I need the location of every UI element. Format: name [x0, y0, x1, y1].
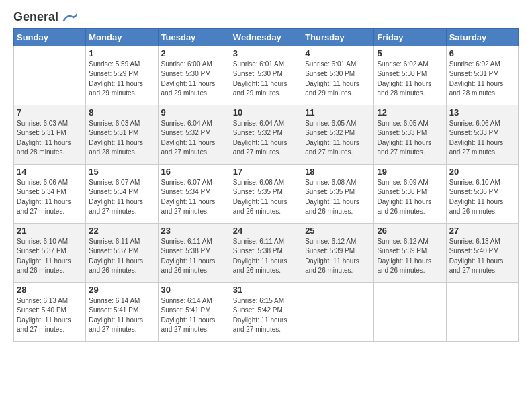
day-cell: 20Sunrise: 6:10 AM Sunset: 5:36 PM Dayli… [446, 164, 518, 223]
day-cell [446, 282, 518, 341]
week-row-5: 28Sunrise: 6:13 AM Sunset: 5:40 PM Dayli… [14, 282, 519, 341]
day-cell: 5Sunrise: 6:02 AM Sunset: 5:30 PM Daylig… [374, 46, 446, 105]
weekday-header-row: SundayMondayTuesdayWednesdayThursdayFrid… [14, 28, 519, 46]
day-number: 19 [377, 167, 443, 177]
day-cell: 22Sunrise: 6:11 AM Sunset: 5:37 PM Dayli… [86, 223, 158, 282]
day-info: Sunrise: 6:13 AM Sunset: 5:40 PM Dayligh… [449, 237, 515, 276]
day-info: Sunrise: 6:05 AM Sunset: 5:32 PM Dayligh… [305, 119, 371, 158]
week-row-3: 14Sunrise: 6:06 AM Sunset: 5:34 PM Dayli… [14, 164, 519, 223]
day-cell: 26Sunrise: 6:12 AM Sunset: 5:39 PM Dayli… [374, 223, 446, 282]
day-cell: 14Sunrise: 6:06 AM Sunset: 5:34 PM Dayli… [14, 164, 86, 223]
day-cell: 21Sunrise: 6:10 AM Sunset: 5:37 PM Dayli… [14, 223, 86, 282]
weekday-header-sunday: Sunday [14, 28, 86, 46]
day-cell: 7Sunrise: 6:03 AM Sunset: 5:31 PM Daylig… [14, 105, 86, 164]
weekday-header-monday: Monday [86, 28, 158, 46]
day-number: 27 [449, 226, 515, 236]
day-info: Sunrise: 6:06 AM Sunset: 5:34 PM Dayligh… [17, 178, 83, 217]
day-number: 9 [161, 107, 227, 118]
week-row-2: 7Sunrise: 6:03 AM Sunset: 5:31 PM Daylig… [14, 105, 519, 164]
day-info: Sunrise: 6:07 AM Sunset: 5:34 PM Dayligh… [161, 178, 227, 217]
logo-bird-icon [62, 13, 77, 22]
day-info: Sunrise: 6:10 AM Sunset: 5:37 PM Dayligh… [17, 237, 83, 276]
day-number: 29 [89, 285, 154, 295]
day-number: 8 [89, 107, 154, 118]
day-cell [374, 282, 446, 341]
day-number: 7 [17, 107, 83, 118]
day-cell: 2Sunrise: 6:00 AM Sunset: 5:30 PM Daylig… [158, 46, 230, 105]
day-cell: 13Sunrise: 6:06 AM Sunset: 5:33 PM Dayli… [446, 105, 518, 164]
day-cell: 11Sunrise: 6:05 AM Sunset: 5:32 PM Dayli… [302, 105, 374, 164]
day-info: Sunrise: 6:00 AM Sunset: 5:30 PM Dayligh… [161, 60, 227, 99]
day-number: 5 [377, 48, 443, 58]
day-number: 2 [161, 48, 227, 58]
day-info: Sunrise: 6:07 AM Sunset: 5:34 PM Dayligh… [89, 178, 154, 217]
day-cell: 1Sunrise: 5:59 AM Sunset: 5:29 PM Daylig… [86, 46, 158, 105]
weekday-header-wednesday: Wednesday [230, 28, 302, 46]
day-cell: 29Sunrise: 6:14 AM Sunset: 5:41 PM Dayli… [86, 282, 158, 341]
day-number: 14 [17, 167, 83, 177]
day-number: 31 [233, 285, 299, 295]
day-info: Sunrise: 6:04 AM Sunset: 5:32 PM Dayligh… [161, 119, 227, 158]
logo-text: General [13, 11, 77, 24]
header: General [13, 11, 519, 23]
day-number: 6 [449, 48, 515, 58]
day-cell: 18Sunrise: 6:08 AM Sunset: 5:35 PM Dayli… [302, 164, 374, 223]
day-cell: 19Sunrise: 6:09 AM Sunset: 5:36 PM Dayli… [374, 164, 446, 223]
day-number: 17 [233, 167, 299, 177]
day-info: Sunrise: 6:04 AM Sunset: 5:32 PM Dayligh… [233, 119, 299, 158]
day-number: 22 [89, 226, 154, 236]
day-number: 13 [449, 107, 515, 118]
day-info: Sunrise: 6:05 AM Sunset: 5:33 PM Dayligh… [377, 119, 443, 158]
day-number: 25 [305, 226, 371, 236]
page: General SundayMondayTuesdayWednesdayThur… [0, 0, 532, 411]
day-info: Sunrise: 6:11 AM Sunset: 5:38 PM Dayligh… [233, 237, 299, 276]
logo: General [13, 11, 77, 23]
day-info: Sunrise: 6:03 AM Sunset: 5:31 PM Dayligh… [17, 119, 83, 158]
day-number: 16 [161, 167, 227, 177]
day-cell: 30Sunrise: 6:14 AM Sunset: 5:41 PM Dayli… [158, 282, 230, 341]
weekday-header-tuesday: Tuesday [158, 28, 230, 46]
day-number: 18 [305, 167, 371, 177]
day-info: Sunrise: 6:12 AM Sunset: 5:39 PM Dayligh… [305, 237, 371, 276]
day-info: Sunrise: 6:02 AM Sunset: 5:31 PM Dayligh… [449, 60, 515, 99]
day-cell: 31Sunrise: 6:15 AM Sunset: 5:42 PM Dayli… [230, 282, 302, 341]
day-number: 15 [89, 167, 154, 177]
day-cell: 9Sunrise: 6:04 AM Sunset: 5:32 PM Daylig… [158, 105, 230, 164]
day-cell [302, 282, 374, 341]
day-info: Sunrise: 6:08 AM Sunset: 5:35 PM Dayligh… [305, 178, 371, 217]
day-info: Sunrise: 6:14 AM Sunset: 5:41 PM Dayligh… [161, 296, 227, 335]
day-cell: 3Sunrise: 6:01 AM Sunset: 5:30 PM Daylig… [230, 46, 302, 105]
day-info: Sunrise: 6:01 AM Sunset: 5:30 PM Dayligh… [305, 60, 371, 99]
day-number: 24 [233, 226, 299, 236]
day-info: Sunrise: 6:11 AM Sunset: 5:37 PM Dayligh… [89, 237, 154, 276]
day-info: Sunrise: 6:06 AM Sunset: 5:33 PM Dayligh… [449, 119, 515, 158]
weekday-header-thursday: Thursday [302, 28, 374, 46]
day-cell: 12Sunrise: 6:05 AM Sunset: 5:33 PM Dayli… [374, 105, 446, 164]
day-info: Sunrise: 6:13 AM Sunset: 5:40 PM Dayligh… [17, 296, 83, 335]
day-info: Sunrise: 6:10 AM Sunset: 5:36 PM Dayligh… [449, 178, 515, 217]
day-cell: 23Sunrise: 6:11 AM Sunset: 5:38 PM Dayli… [158, 223, 230, 282]
day-cell: 25Sunrise: 6:12 AM Sunset: 5:39 PM Dayli… [302, 223, 374, 282]
day-info: Sunrise: 6:12 AM Sunset: 5:39 PM Dayligh… [377, 237, 443, 276]
day-info: Sunrise: 6:11 AM Sunset: 5:38 PM Dayligh… [161, 237, 227, 276]
day-info: Sunrise: 6:03 AM Sunset: 5:31 PM Dayligh… [89, 119, 154, 158]
day-number: 28 [17, 285, 83, 295]
day-number: 10 [233, 107, 299, 118]
day-number: 11 [305, 107, 371, 118]
day-cell: 24Sunrise: 6:11 AM Sunset: 5:38 PM Dayli… [230, 223, 302, 282]
day-number: 23 [161, 226, 227, 236]
day-info: Sunrise: 6:09 AM Sunset: 5:36 PM Dayligh… [377, 178, 443, 217]
day-number: 1 [89, 48, 154, 58]
day-cell: 28Sunrise: 6:13 AM Sunset: 5:40 PM Dayli… [14, 282, 86, 341]
day-info: Sunrise: 6:15 AM Sunset: 5:42 PM Dayligh… [233, 296, 299, 335]
day-cell: 8Sunrise: 6:03 AM Sunset: 5:31 PM Daylig… [86, 105, 158, 164]
day-number: 30 [161, 285, 227, 295]
day-number: 3 [233, 48, 299, 58]
weekday-header-friday: Friday [374, 28, 446, 46]
day-number: 4 [305, 48, 371, 58]
weekday-header-saturday: Saturday [446, 28, 518, 46]
day-info: Sunrise: 6:01 AM Sunset: 5:30 PM Dayligh… [233, 60, 299, 99]
day-number: 12 [377, 107, 443, 118]
day-cell: 10Sunrise: 6:04 AM Sunset: 5:32 PM Dayli… [230, 105, 302, 164]
day-info: Sunrise: 5:59 AM Sunset: 5:29 PM Dayligh… [89, 60, 154, 99]
